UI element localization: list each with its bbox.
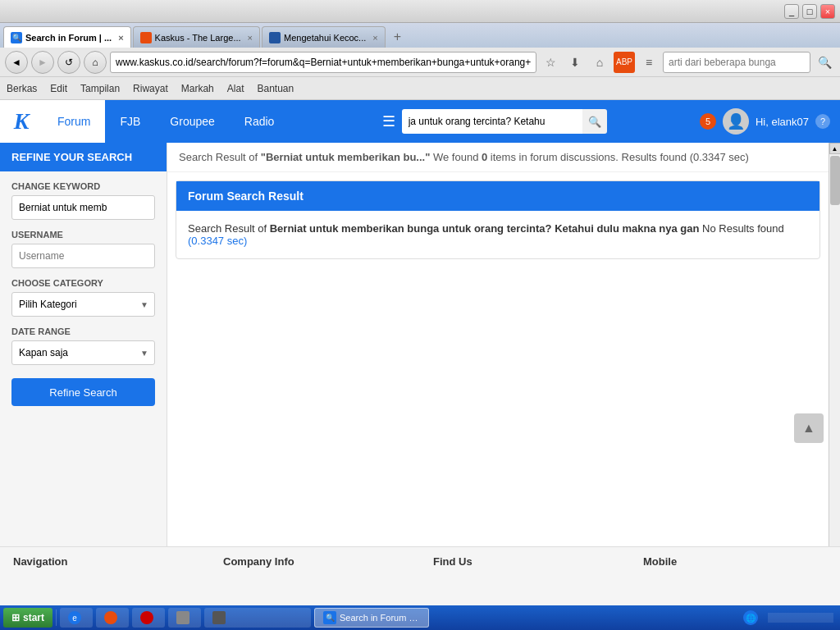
logo-letter: K xyxy=(14,108,30,135)
download-icon[interactable]: ⬇ xyxy=(564,52,586,73)
kaskus-logo[interactable]: K xyxy=(0,100,43,143)
globe-icon: 🌐 xyxy=(743,610,758,625)
forum-result-box: Forum Search Result Search Result of Ber… xyxy=(176,180,820,259)
search-result-bar: Search Result of "Berniat untuk memberik… xyxy=(167,143,829,172)
nav-tab-fjb[interactable]: FJB xyxy=(105,100,155,143)
site-search-area: ☰ 🔍 xyxy=(289,109,700,134)
bookmark-icon[interactable]: ☆ xyxy=(540,52,561,73)
scroll-to-top-button[interactable]: ▲ xyxy=(794,413,824,443)
sidebar: REFINE YOUR SEARCH CHANGE KEYWORD USERNA… xyxy=(0,143,167,546)
toolbar-riwayat[interactable]: Riwayat xyxy=(133,83,168,94)
taskbar-time-area xyxy=(768,613,837,623)
tab-favicon-1: 🔍 xyxy=(11,32,22,43)
start-button[interactable]: ⊞ start xyxy=(3,608,52,628)
taskbar-item-4[interactable] xyxy=(168,608,201,628)
back-button[interactable]: ◄ xyxy=(5,51,28,74)
date-select[interactable]: Kapan saja xyxy=(11,340,155,365)
window-controls: _ □ × xyxy=(784,4,835,19)
footer-mobile-title: Mobile xyxy=(643,555,827,568)
site-footer: Navigation Company Info Find Us Mobile xyxy=(0,546,840,605)
forward-button[interactable]: ► xyxy=(31,51,54,74)
footer-mobile: Mobile xyxy=(630,547,840,605)
tab-favicon-3 xyxy=(269,32,281,43)
keyword-label: CHANGE KEYWORD xyxy=(11,181,155,191)
scroll-up-button[interactable]: ▲ xyxy=(829,143,841,154)
taskbar-divider xyxy=(56,609,57,626)
taskbar-blank-icon xyxy=(212,611,226,624)
tab-close-2[interactable]: × xyxy=(248,33,253,43)
url-input[interactable] xyxy=(110,52,536,73)
nav-tab-groupee[interactable]: Groupee xyxy=(155,100,229,143)
help-icon[interactable]: ? xyxy=(815,114,830,129)
nav-tab-radio[interactable]: Radio xyxy=(230,100,290,143)
refine-header: REFINE YOUR SEARCH xyxy=(0,143,167,171)
scrollbar-track: ▲ xyxy=(829,143,840,546)
user-avatar[interactable]: 👤 xyxy=(723,108,749,135)
taskbar-active-icon: 🔍 xyxy=(323,611,336,624)
adblock-icon[interactable]: ABP xyxy=(614,52,635,73)
username-input[interactable] xyxy=(11,244,155,268)
sidebar-body: CHANGE KEYWORD USERNAME CHOOSE CATEGORY … xyxy=(0,171,167,416)
taskbar-clock: 🌐 xyxy=(737,610,765,625)
tab-kaskus[interactable]: Kaskus - The Large... × xyxy=(133,26,260,48)
result-label-text: Search Result of xyxy=(179,151,261,163)
scroll-thumb[interactable] xyxy=(830,156,840,205)
taskbar-item-active[interactable]: 🔍 Search in Forum | Kas... xyxy=(314,608,429,628)
taskbar-item-3[interactable] xyxy=(132,608,165,628)
tab-favicon-2 xyxy=(140,32,152,43)
taskbar-item-5[interactable] xyxy=(204,608,311,628)
tab-close-3[interactable]: × xyxy=(372,33,377,43)
menu-icon[interactable]: ≡ xyxy=(638,52,660,73)
hamburger-icon[interactable]: ☰ xyxy=(382,112,395,130)
site-search-button[interactable]: 🔍 xyxy=(582,109,607,134)
username-label: USERNAME xyxy=(11,230,155,240)
site-nav-tabs: Forum FJB Groupee Radio xyxy=(43,100,289,143)
browser-title-bar: _ □ × xyxy=(0,0,840,23)
maximize-button[interactable]: □ xyxy=(802,4,817,19)
address-bar: ◄ ► ↺ ⌂ ☆ ⬇ ⌂ ABP ≡ 🔍 xyxy=(0,48,840,77)
footer-nav-title: Navigation xyxy=(13,555,197,568)
nav-tab-forum[interactable]: Forum xyxy=(43,100,105,143)
close-button[interactable]: × xyxy=(820,4,835,19)
search-icon[interactable]: 🔍 xyxy=(814,52,835,73)
home-icon-2[interactable]: ⌂ xyxy=(589,52,610,73)
site-search-input[interactable] xyxy=(402,109,582,134)
home-button[interactable]: ⌂ xyxy=(84,51,107,74)
footer-findus-title: Find Us xyxy=(433,555,617,568)
taskbar-time-input[interactable] xyxy=(768,613,833,623)
minimize-button[interactable]: _ xyxy=(784,4,799,19)
user-greeting: Hi, elank07 xyxy=(756,116,809,128)
taskbar-arrow-icon xyxy=(176,611,189,624)
windows-logo-icon: ⊞ xyxy=(11,612,20,623)
toolbar-tampilan[interactable]: Tampilan xyxy=(80,83,120,94)
taskbar-item-1[interactable]: e xyxy=(60,608,93,628)
refine-search-button[interactable]: Refine Search xyxy=(11,378,155,406)
taskbar-app-icon xyxy=(140,611,153,624)
keyword-input[interactable] xyxy=(11,195,155,220)
tab-close-1[interactable]: × xyxy=(118,33,123,43)
toolbar-berkas[interactable]: Berkas xyxy=(7,83,37,94)
notification-badge[interactable]: 5 xyxy=(700,113,716,130)
toolbar-alat[interactable]: Alat xyxy=(227,83,244,94)
taskbar-ie-icon: e xyxy=(68,611,81,624)
main-content: Search Result of "Berniat untuk memberik… xyxy=(167,143,829,546)
footer-company: Company Info xyxy=(210,547,420,605)
taskbar-firefox-icon xyxy=(104,611,117,624)
category-select[interactable]: Pilih Kategori xyxy=(11,292,155,317)
header-right: 5 👤 Hi, elank07 ? xyxy=(700,108,840,135)
reload-button[interactable]: ↺ xyxy=(57,51,80,74)
browser-toolbar: Berkas Edit Tampilan Riwayat Markah Alat… xyxy=(0,77,840,100)
toolbar-markah[interactable]: Markah xyxy=(181,83,214,94)
toolbar-edit[interactable]: Edit xyxy=(50,83,67,94)
tab-mengetahui[interactable]: Mengetahui Kecoc... × xyxy=(262,26,386,48)
forum-result-header: Forum Search Result xyxy=(176,181,819,211)
taskbar: ⊞ start e 🔍 Search in Forum | Kas... 🌐 xyxy=(0,605,840,630)
taskbar-active-label: Search in Forum | Kas... xyxy=(340,613,420,623)
tab-label-1: Search in Forum | ... xyxy=(25,33,112,43)
tab-search-forum[interactable]: 🔍 Search in Forum | ... × xyxy=(3,26,131,48)
browser-search-input[interactable] xyxy=(663,52,810,73)
new-tab-button[interactable]: + xyxy=(387,26,408,48)
tab-label-3: Mengetahui Kecoc... xyxy=(284,33,366,43)
taskbar-item-2[interactable] xyxy=(96,608,129,628)
toolbar-bantuan[interactable]: Bantuan xyxy=(257,83,294,94)
